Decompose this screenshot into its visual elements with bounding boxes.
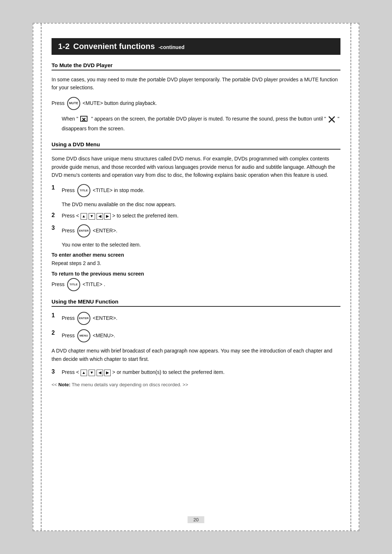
menu-step-2-press: Press: [62, 333, 75, 338]
menu-step-2-content: Press MENU <MENU>.: [62, 329, 340, 342]
dvd-step-1: 1 Press TITLE <TITLE> in stop mode.: [52, 184, 340, 197]
menu-step-3-content: Press < ▲ ▼ ◀ ▶ > or number button(s) to…: [62, 368, 340, 376]
menu-step-3-suffix: > or number button(s) to select the pref…: [112, 369, 224, 375]
mute-heading: To Mute the DVD Player: [52, 62, 340, 70]
menu-arrow-right: ▶: [104, 370, 111, 376]
menu-step-2: 2 Press MENU <MENU>.: [52, 329, 340, 342]
return-prev-text: Press TITLE <TITLE> .: [52, 278, 340, 291]
dvd-step-2: 2 Press < ▲ ▼ ◀ ▶ > to select the prefer…: [52, 212, 340, 220]
mute-press-label: Press: [52, 100, 65, 106]
menu-step-1-press: Press: [62, 315, 75, 321]
enter-another-label: To enter another menu screen: [52, 252, 340, 258]
dvd-step-3-num: 3: [52, 225, 60, 231]
menu-arrow-left: ◀: [97, 370, 103, 376]
return-prev-press: Press: [52, 281, 65, 287]
title-button-icon-1: TITLE: [77, 184, 90, 197]
mute-when-text: When " " appears on the screen, the port…: [62, 114, 340, 133]
mute-body: In some cases, you may need to mute the …: [52, 76, 340, 92]
menu-step-3-press: Press <: [62, 369, 79, 375]
menu-body: A DVD chapter menu with brief broadcast …: [52, 347, 340, 363]
menu-step-1-content: Press ENTER <ENTER>.: [62, 312, 340, 325]
mute-press-content: Press MUTE <MUTE> button during playback…: [52, 97, 340, 110]
mute-press-step: Press MUTE <MUTE> button during playback…: [52, 97, 340, 110]
arrow-up: ▲: [81, 213, 87, 220]
arrow-down: ▼: [89, 213, 95, 220]
svg-rect-0: [81, 116, 87, 121]
return-prev-label: To return to the previous menu screen: [52, 271, 340, 277]
dvd-step-3-press: Press: [62, 227, 75, 233]
mute-button-icon: MUTE: [67, 97, 80, 110]
dvd-step-3: 3 Press ENTER <ENTER>.: [52, 224, 340, 237]
dvd-step-2-num: 2: [52, 212, 60, 219]
section-number: 1-2: [58, 42, 70, 51]
dvd-step-3-note: You now enter to the selected item.: [62, 242, 340, 248]
menu-arrow-up: ▲: [81, 370, 87, 376]
menu-step-2-num: 2: [52, 330, 60, 336]
dvd-step-3-content: Press ENTER <ENTER>.: [62, 224, 340, 237]
section-title: Convenient functions: [73, 42, 155, 51]
dvd-step-1-num: 1: [52, 184, 60, 191]
dvd-step-3-suffix: <ENTER>.: [93, 227, 118, 233]
section-subtitle: -continued: [159, 44, 185, 50]
mute-press-suffix: <MUTE> button during playback.: [83, 100, 157, 106]
return-prev-suffix: <TITLE> .: [83, 281, 105, 287]
section-header: 1-2 Convenient functions -continued: [52, 38, 340, 55]
menu-arrow-down: ▼: [89, 370, 95, 376]
menu-function-heading: Using the MENU Function: [52, 298, 340, 307]
enter-another-block: To enter another menu screen Repeat step…: [52, 252, 340, 267]
menu-step-3: 3 Press < ▲ ▼ ◀ ▶ > or number button(s) …: [52, 368, 340, 376]
arrow-right: ▶: [104, 213, 111, 220]
dvd-step-2-suffix: > to select the preferred item.: [112, 213, 178, 219]
dvd-menu-body: Some DVD discs have unique menu structur…: [52, 155, 340, 179]
dvd-step-1-press: Press: [62, 187, 75, 193]
dvd-step-1-note: The DVD menu available on the disc now a…: [62, 201, 340, 207]
enter-another-text: Repeat steps 2 and 3.: [52, 259, 340, 267]
title-button-icon-2: TITLE: [67, 278, 80, 291]
note-text: << Note: The menu details vary depending…: [52, 382, 340, 387]
menu-step-2-suffix: <MENU>.: [93, 333, 115, 338]
menu-button-icon: MENU: [77, 329, 90, 342]
mute-when-prefix: When " " appears on the screen, the port…: [62, 116, 339, 131]
enter-button-icon-1: ENTER: [77, 224, 90, 237]
enter-button-icon-2: ENTER: [77, 312, 90, 325]
page: 1-2 Convenient functions -continued To M…: [33, 23, 359, 531]
return-prev-block: To return to the previous menu screen Pr…: [52, 271, 340, 291]
dvd-menu-heading: Using a DVD Menu: [52, 141, 340, 150]
dvd-step-2-press: Press <: [62, 213, 79, 219]
dvd-step-2-content: Press < ▲ ▼ ◀ ▶ > to select the preferre…: [62, 212, 340, 220]
menu-step-3-num: 3: [52, 368, 60, 375]
arrow-left: ◀: [97, 213, 103, 220]
menu-step-1-suffix: <ENTER>.: [93, 315, 118, 321]
dvd-step-1-suffix: <TITLE> in stop mode.: [93, 187, 144, 193]
note-content: The menu details vary depending on discs…: [72, 382, 181, 387]
dvd-step-1-content: Press TITLE <TITLE> in stop mode.: [62, 184, 340, 197]
menu-step-1-num: 1: [52, 312, 60, 319]
mute-x-icon: [327, 115, 336, 124]
mute-screen-icon: [79, 114, 90, 125]
page-number: 20: [188, 516, 204, 523]
menu-step-1: 1 Press ENTER <ENTER>.: [52, 312, 340, 325]
